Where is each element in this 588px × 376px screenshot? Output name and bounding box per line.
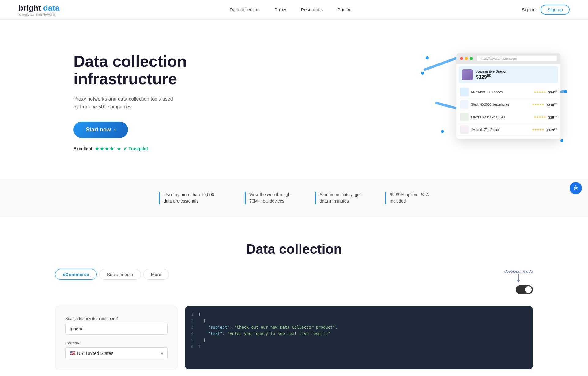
- hero-heading: Data collection infrastructure: [74, 53, 187, 88]
- stat-accent-4: [385, 192, 386, 204]
- hero-illustration: https://www.amazon.com Joanna Eve Dragon…: [417, 44, 570, 161]
- nav-link-proxy[interactable]: Proxy: [274, 7, 286, 12]
- search-panel: Search for any item out there* Country 🇺…: [55, 306, 178, 369]
- code-line-1: 1 [: [185, 311, 533, 317]
- stat-text-1: Used by more than 10,000 data profession…: [164, 192, 220, 204]
- product-icon-3: [460, 113, 469, 121]
- country-label: Country: [65, 341, 168, 345]
- code-panel: 1 [ 2 { 3 "subject": "Check out our new …: [185, 306, 533, 369]
- line-number-2: 2: [191, 318, 198, 323]
- nav-links: Data collection Proxy Resources Pricing: [230, 7, 352, 12]
- product-stars-3: ★★★★★: [534, 116, 546, 119]
- browser-bar: https://www.amazon.com: [456, 53, 560, 64]
- hero-section: Data collection infrastructure Proxy net…: [0, 20, 588, 179]
- line-number-5: 5: [191, 338, 198, 342]
- browser-dot-green: [470, 57, 473, 60]
- stat-accent-1: [159, 192, 160, 204]
- code-content-3: "subject": "Check out our new Data Colle…: [198, 325, 337, 329]
- logo-bright: bright: [18, 3, 41, 13]
- browser-url: https://www.amazon.com: [477, 56, 557, 61]
- table-row: Jward de Z'ra Dragon ★★★★★ $12900: [459, 123, 558, 136]
- featured-product-name: Joanna Eve Dragon: [476, 70, 507, 73]
- accessibility-icon: [572, 185, 579, 192]
- country-select[interactable]: 🇺🇸 US: United States 🇬🇧 UK: United Kingd…: [65, 347, 168, 359]
- logo-data: data: [43, 3, 59, 13]
- trustpilot: Excellent ★★★★ ★ ✔ Trustpilot: [74, 145, 187, 152]
- stat-item-4: 99.99% uptime. SLAincluded: [385, 192, 429, 204]
- line-number-1: 1: [191, 312, 198, 317]
- dot-decoration-4: [564, 90, 567, 93]
- stat-item-3: Start immediately, getdata in minutes: [315, 192, 361, 204]
- product-stars-2: ★★★★★: [532, 103, 544, 106]
- product-icon-1: [460, 88, 469, 96]
- hero-subtext: Proxy networks and data collection tools…: [74, 95, 187, 111]
- browser-dot-red: [460, 57, 463, 60]
- data-collection-section: Data collection eCommerce Social media M…: [0, 217, 588, 369]
- trustpilot-stars: ★★★★: [95, 145, 114, 152]
- nav-link-pricing[interactable]: Pricing: [337, 7, 352, 12]
- line-number-6: 6: [191, 344, 198, 349]
- product-icon-2: [460, 100, 469, 109]
- table-row: Shark GX2000 Headphones ★★★★★ $31999: [459, 98, 558, 111]
- code-line-3: 3 "subject": "Check out our new Data Col…: [185, 324, 533, 330]
- product-name-1: Nike Kicks T890 Shoes: [471, 90, 531, 94]
- accessibility-button[interactable]: [570, 182, 582, 194]
- code-line-6: 6 ]: [185, 343, 533, 350]
- code-line-2: 2 {: [185, 317, 533, 324]
- stat-text-3: Start immediately, getdata in minutes: [320, 192, 361, 204]
- tab-ecommerce[interactable]: eCommerce: [55, 269, 97, 280]
- product-name-3: Driver Glasses -ipd 3640: [471, 116, 531, 119]
- product-stars-1: ★★★★★: [534, 90, 546, 93]
- search-label: Search for any item out there*: [65, 316, 168, 321]
- svg-point-0: [575, 185, 576, 186]
- dev-mode-toggle-area: developer mode: [504, 269, 533, 294]
- nav-link-data-collection[interactable]: Data collection: [230, 7, 260, 12]
- featured-product: Joanna Eve Dragon $12900: [459, 66, 558, 83]
- trustpilot-excellent: Excellent: [74, 146, 92, 151]
- demo-container: Search for any item out there* Country 🇺…: [18, 306, 570, 369]
- code-block: 1 [ 2 { 3 "subject": "Check out our new …: [185, 306, 533, 355]
- table-row: Driver Glasses -ipd 3640 ★★★★★ $1899: [459, 111, 558, 123]
- code-content-5: }: [198, 338, 205, 342]
- code-line-5: 5 }: [185, 337, 533, 343]
- tab-more[interactable]: More: [143, 269, 169, 280]
- nav-link-resources[interactable]: Resources: [301, 7, 323, 12]
- data-section-header: Data collection: [18, 241, 570, 257]
- hero-text: Data collection infrastructure Proxy net…: [74, 53, 187, 152]
- product-stars-4: ★★★★★: [532, 128, 544, 131]
- tab-social-media[interactable]: Social media: [99, 269, 141, 280]
- line-number-4: 4: [191, 331, 198, 336]
- developer-mode-label: developer mode: [504, 269, 533, 274]
- dot-decoration-1: [426, 56, 429, 59]
- stat-text-2: View the web through70M+ real devices: [249, 192, 290, 204]
- code-content-2: {: [198, 318, 205, 323]
- nav-actions: Sign in Sign up: [522, 5, 570, 15]
- signup-link[interactable]: Sign up: [541, 5, 570, 15]
- trustpilot-logo: ✔ Trustpilot: [123, 146, 148, 151]
- signin-link[interactable]: Sign in: [522, 7, 536, 12]
- dot-decoration-2: [421, 72, 424, 75]
- dot-decoration-3: [441, 130, 444, 133]
- navbar: bright data formerly Luminati Networks D…: [0, 0, 588, 20]
- start-now-button[interactable]: Start now ›: [74, 122, 128, 138]
- browser-dot-yellow: [465, 57, 468, 60]
- browser-mockup: https://www.amazon.com Joanna Eve Dragon…: [456, 53, 560, 139]
- code-content-1: [: [198, 312, 201, 317]
- developer-mode-toggle[interactable]: [516, 285, 533, 294]
- code-line-4: 4 "text": "Enter your query to see real …: [185, 330, 533, 337]
- product-icon-4: [460, 125, 469, 134]
- stats-bar: Used by more than 10,000 data profession…: [0, 179, 588, 217]
- tabs-container: eCommerce Social media More: [55, 269, 169, 280]
- tabs-row: eCommerce Social media More developer mo…: [18, 269, 570, 294]
- product-name-2: Shark GX2000 Headphones: [471, 103, 530, 106]
- hero-heading-line2: infrastructure: [74, 70, 177, 88]
- table-row: Nike Kicks T890 Shoes ★★★★★ $9449: [459, 86, 558, 98]
- search-input[interactable]: [65, 323, 168, 335]
- start-now-arrow: ›: [114, 127, 116, 133]
- hero-heading-line1: Data collection: [74, 52, 187, 70]
- logo[interactable]: bright data formerly Luminati Networks: [18, 3, 59, 16]
- stat-accent-3: [315, 192, 316, 204]
- product-price-1: $9449: [548, 90, 557, 94]
- code-content-6: ]: [198, 344, 201, 349]
- product-price-2: $31999: [547, 102, 557, 107]
